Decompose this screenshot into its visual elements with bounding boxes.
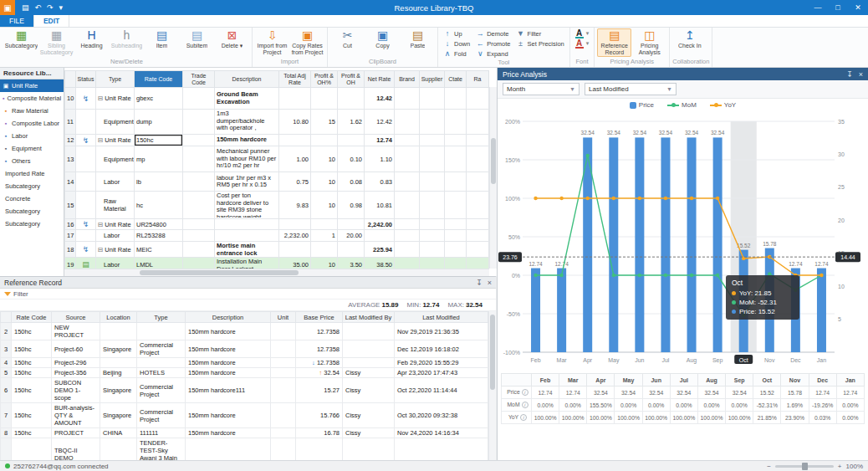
table-row[interactable]: 10↯⊟Unit RategbexcGround Beam Excavation… (65, 88, 489, 110)
column-header-supplier[interactable]: Supplier (420, 71, 445, 88)
column-header-total-adj-rate[interactable]: Total Adj Rate (279, 71, 311, 88)
vertical-scrollbar[interactable] (488, 311, 496, 460)
cell-rate-code[interactable]: RL253288 (135, 230, 183, 242)
table-row[interactable]: 11Equipmentdump1m3 dumper/backhole with … (65, 110, 489, 135)
table-row[interactable]: 12↯⊟Unit Rate150hc150mm hardcore12.74 (65, 135, 489, 146)
sidebar-item-others[interactable]: ▪Others (0, 155, 64, 167)
zoom-out-button[interactable]: − (767, 463, 771, 470)
ribbon-button-promote[interactable]: ←Promote (473, 38, 513, 49)
column-header-description[interactable]: Description (215, 71, 279, 88)
legend-item-price[interactable]: Price (630, 101, 654, 109)
column-header-type[interactable]: Type (96, 71, 135, 88)
ribbon-button-sibling-subcategory[interactable]: ▦Sibling Subcategory (39, 28, 74, 57)
legend-item-yoy[interactable]: YoY (710, 101, 736, 109)
ribbon-button-check-in[interactable]: ↥Check In (672, 28, 707, 50)
cell-rate-code[interactable]: gbexc (135, 88, 183, 110)
collapse-icon[interactable]: ⊟ (98, 95, 103, 102)
ribbon-button-copy-rates-from-project[interactable]: ▣Copy Rates from Project (290, 28, 324, 57)
column-header-unit[interactable]: Unit (271, 312, 296, 323)
ribbon-button-font-color[interactable]: A▾ (573, 28, 592, 38)
table-row[interactable]: 9150hc_1TBQC-II DEMO PROJECT--mainroomTE… (1, 438, 488, 461)
sidebar-item-concrete[interactable]: Concrete (0, 192, 64, 205)
customize-toolbar-icon[interactable]: ▾ (59, 3, 64, 12)
table-row[interactable]: 18↯⊟Unit RateMEICMortise main entrance l… (65, 242, 489, 258)
ribbon-button-pricing-analysis[interactable]: ◫Pricing Analysis (632, 28, 666, 57)
ribbon-button-font-fill[interactable]: A▾ (573, 38, 592, 49)
column-header-source[interactable]: Source (52, 312, 100, 323)
price-chart[interactable]: -100%-50%0%50%100%150%200%51015202530351… (498, 111, 868, 372)
filter-label[interactable]: Filter (13, 290, 28, 298)
cell-rate-code[interactable]: 150hc (135, 135, 183, 146)
column-header-type[interactable]: Type (137, 312, 186, 323)
table-row[interactable]: 13EquipmentmpMechanical punner with labo… (65, 146, 489, 172)
close-button[interactable]: ✕ (848, 0, 868, 15)
ribbon-button-subitem[interactable]: ▤Subitem (180, 28, 214, 50)
sidebar-item-unit-rate[interactable]: ▣Unit Rate (0, 79, 64, 92)
table-row[interactable]: 2150hcNEW PROJECT150mm hardcore12.7358No… (1, 323, 488, 340)
column-header-ctate[interactable]: Ctate (445, 71, 467, 88)
column-header-rate-code[interactable]: Rate Code (12, 312, 52, 323)
tab-edit[interactable]: EDIT (33, 15, 69, 27)
table-row[interactable]: 7150hcBUR-analysis-QTY & AMOUNTSingapore… (1, 403, 488, 428)
horizontal-scrollbar[interactable] (64, 269, 489, 276)
table-row[interactable]: 15Raw MaterialhcCost per ton hardcore de… (65, 192, 489, 219)
vertical-scrollbar[interactable] (489, 87, 497, 269)
sidebar-item-composite-material[interactable]: ▪Composite Material (0, 92, 64, 105)
ribbon-button-expand[interactable]: ∨Expand (473, 49, 513, 59)
ribbon-button-item[interactable]: ▤Item (145, 28, 179, 50)
cell-rate-code[interactable]: MEIC (135, 242, 183, 258)
column-header-rate-code[interactable]: Rate Code (135, 71, 183, 88)
column-header-profit-oh[interactable]: Profit & OH% (311, 71, 338, 88)
sidebar-item-composite-labor[interactable]: ▪Composite Labor (0, 117, 64, 130)
column-header-base-price[interactable]: Base Price (296, 312, 343, 323)
info-icon[interactable]: i (522, 402, 528, 408)
column-header-profit-oh[interactable]: Profit & OH (338, 71, 365, 88)
collapse-icon[interactable]: ⊟ (98, 246, 103, 253)
ribbon-button-set-precision[interactable]: ±Set Precision (514, 38, 567, 49)
sidebar-item-subcategory[interactable]: Subcategory (0, 180, 64, 192)
ribbon-button-subcategory[interactable]: ▦Subcategory (4, 28, 38, 50)
table-row[interactable]: 16↯⊟Unit RateUR2548002,242.00 (65, 219, 489, 230)
undo-icon[interactable]: ↶ (35, 3, 42, 12)
sidebar-item-subcategory[interactable]: Subcategory (0, 205, 64, 218)
ribbon-button-import-from-project[interactable]: ⇩Import from Project (255, 28, 289, 57)
column-header-trade-code[interactable]: Trade Code (183, 71, 215, 88)
table-row[interactable]: 14Laborlblabour 1hr per m3 x RM5 per hr … (65, 172, 489, 192)
column-header-x[interactable] (1, 312, 12, 323)
column-header-location[interactable]: Location (100, 312, 137, 323)
sidebar-item-equipment[interactable]: ▪Equipment (0, 142, 64, 155)
table-row[interactable]: 8150hcPROJECTCHINA111111150mm hardcore16… (1, 428, 488, 438)
column-header-ra[interactable]: Ra (467, 71, 489, 88)
chart-canvas[interactable]: -100%-50%0%50%100%150%200%51015202530351… (498, 111, 861, 372)
maximize-button[interactable]: □ (828, 0, 848, 15)
redo-icon[interactable]: ↷ (47, 3, 54, 12)
ribbon-button-heading[interactable]: HHeading (74, 28, 109, 50)
table-row[interactable]: 6150hcSUBCON DEMO 1-scopeSingaporeCommer… (1, 378, 488, 403)
sidebar-item-imported-rate[interactable]: Imported Rate (0, 167, 64, 180)
scrollbar-thumb[interactable] (140, 270, 299, 275)
cell-rate-code[interactable]: dump (135, 110, 183, 135)
sidebar-item-raw-material[interactable]: ▪Raw Material (0, 105, 64, 117)
zoom-in-button[interactable]: + (838, 463, 842, 470)
tab-file[interactable]: FILE (0, 15, 33, 27)
table-row[interactable]: 5150hcProject-356BeijingHOTELS150mm hard… (1, 368, 488, 378)
column-header-brand[interactable]: Brand (395, 71, 420, 88)
close-panel-icon[interactable]: × (488, 279, 492, 287)
cell-rate-code[interactable]: hc (135, 192, 183, 219)
ribbon-button-copy[interactable]: ▣Copy (365, 28, 400, 50)
save-icon[interactable]: ▤ (22, 3, 29, 12)
zoom-slider[interactable] (775, 465, 834, 468)
ribbon-button-up[interactable]: ↑Up (441, 28, 472, 38)
cell-rate-code[interactable]: mp (135, 146, 183, 172)
column-header-last-modified-by[interactable]: Last Modified By (343, 312, 395, 323)
collapse-icon[interactable]: ⊟ (98, 136, 103, 144)
zoom-slider-thumb[interactable] (802, 463, 808, 470)
ribbon-button-paste[interactable]: ▤Paste (401, 28, 435, 50)
table-row[interactable]: 3150hcProject-60SingaporeCommercial Proj… (1, 340, 488, 358)
ribbon-button-filter[interactable]: ▼Filter (514, 28, 567, 38)
info-icon[interactable]: i (520, 414, 527, 421)
ribbon-button-fold[interactable]: ∧Fold (441, 49, 472, 59)
minimize-button[interactable]: — (808, 0, 828, 15)
period-select[interactable]: Month▼ (503, 83, 580, 95)
sidebar-item-labor[interactable]: ▪Labor (0, 130, 64, 142)
